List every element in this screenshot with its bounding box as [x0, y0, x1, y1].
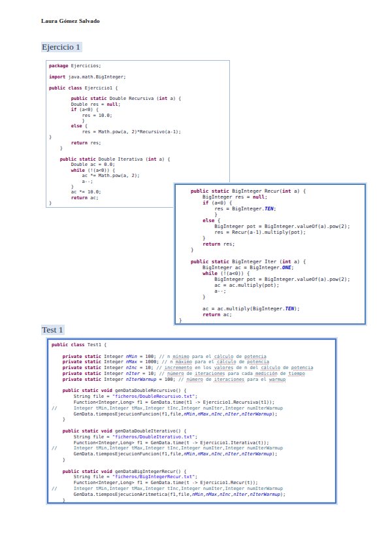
code-line: public class Test1 { — [52, 342, 334, 348]
code-line: while (!(a<0)) { — [179, 270, 363, 276]
code-line: } — [49, 135, 228, 140]
code-line: BigInteger pot = BigInteger.valueOf(a).p… — [179, 276, 363, 282]
code-line: else { — [49, 123, 228, 129]
code-line: } — [179, 235, 363, 241]
code-line: GenData.tiemposEjecucionFuncion(f1,file,… — [52, 451, 334, 457]
code-line — [49, 91, 228, 96]
code-line: String file = "ficheros/DoubleRecursivo.… — [52, 394, 334, 400]
code-line: } — [49, 118, 228, 123]
code-line: public class Ejercicio1 { — [49, 86, 228, 91]
code-line: } — [52, 498, 334, 504]
code-line: ac = ac.multiply(pot); — [179, 282, 363, 288]
code-line: } — [52, 417, 334, 423]
code-line: // Integer tMin,Integer tMax,Integer tIn… — [52, 486, 334, 492]
code-line: Double ac = 0.0; — [49, 162, 228, 167]
code-line: package Ejercicios; — [49, 63, 228, 69]
section-heading-test: Test 1 — [41, 325, 65, 335]
code-line: import java.math.BigInteger; — [49, 74, 228, 80]
code-line: Function<Integer,Long> f1 = GenData.time… — [52, 400, 334, 406]
code-line: ac = ac.multiply(BigInteger.TEN); — [179, 306, 363, 312]
code-line: public static Double Iterativa (int a) { — [49, 157, 228, 162]
code-line: public static BigInteger Iter (int a) { — [179, 259, 363, 265]
code-line: // Integer tMin,Integer tMax,Integer tIn… — [52, 406, 334, 412]
code-line: public static BigInteger Recur(int a) { — [179, 188, 363, 194]
code-line: public static void genDataDoubleRecursiv… — [52, 388, 334, 394]
code-line: } — [49, 146, 228, 151]
code-line: if (a<0) { — [49, 107, 228, 112]
code-line: while (!(a<0)) { — [49, 168, 228, 173]
code-line: public static void genDataDoubleIterativ… — [52, 429, 334, 434]
code-line — [49, 152, 228, 157]
code-line: } — [179, 318, 363, 323]
code-line: else { — [179, 218, 363, 223]
code-line: private static Integer nInc = 10; // inc… — [52, 365, 334, 371]
code-line: BigInteger pot = BigInteger.valueOf(a).p… — [179, 223, 363, 229]
code-line — [49, 69, 228, 74]
code-line: String file = "ficheros/BigIntegerRecur.… — [52, 474, 334, 480]
code-line — [179, 300, 363, 306]
code-line: private static Integer nIterWarmup = 100… — [52, 377, 334, 383]
code-line: res = 10.0; — [49, 113, 228, 118]
code-line: res = Math.pow(a, 2)*Recursivo(a-1); — [49, 129, 228, 135]
code-line — [49, 80, 228, 85]
code-line: ac *= Math.pow(a, 2); — [49, 173, 228, 178]
section-heading-ejercicio: Ejercicio 1 — [41, 42, 82, 52]
code-line — [52, 383, 334, 389]
code-line: res = Recur(a-1).multiply(pot); — [179, 229, 363, 235]
code-line: BigInteger res = null; — [179, 194, 363, 200]
code-line: private static Integer nMin = 100; // n … — [52, 354, 334, 360]
code-line: } — [179, 247, 363, 253]
code-line — [52, 423, 334, 429]
code-line: Function<Integer,Long> f1 = GenData.time… — [52, 440, 334, 446]
code-line: return ac; — [179, 312, 363, 318]
code-block-ejercicio1-biginteger: public static BigInteger Recur(int a) { … — [174, 184, 366, 325]
code-block-test1: public class Test1 { private static Inte… — [47, 338, 336, 504]
code-line — [179, 253, 363, 259]
code-line: Double res = null; — [49, 102, 228, 107]
document-page: { "author": "Laura Gómez Salvado", "head… — [0, 0, 392, 554]
code-line: BigInteger ac = BigInteger.ONE; — [179, 265, 363, 270]
code-line: a--; — [179, 288, 363, 294]
code-line: private static Integer nMax = 1000; // n… — [52, 359, 334, 365]
code-line: if (a<0) { — [179, 200, 363, 206]
code-line: public static Double Recursiva (int a) { — [49, 96, 228, 101]
code-line: res = BigInteger.TEN; — [179, 206, 363, 212]
code-line: public static void genDataBigIntegerRecu… — [52, 469, 334, 475]
author-name: Laura Gómez Salvado — [41, 18, 100, 24]
code-line — [52, 463, 334, 469]
code-line: GenData.tiemposEjecucionAritmetica(f1,fi… — [52, 492, 334, 498]
code-line: return res; — [179, 241, 363, 247]
code-line: private static Integer nIter = 10; // nú… — [52, 371, 334, 377]
code-line: GenData.tiemposEjecucionFuncion(f1,file,… — [52, 412, 334, 417]
code-line: // Integer tMin,Integer tMax,Integer tIn… — [52, 446, 334, 451]
code-line: String file = "ficheros/DoubleIterativo.… — [52, 434, 334, 440]
code-line: } — [52, 457, 334, 463]
code-line: } — [179, 294, 363, 300]
code-line: Function<Integer,Long> f1 = GenData.time… — [52, 480, 334, 486]
code-line — [52, 348, 334, 354]
code-line: } — [179, 212, 363, 218]
code-line: return res; — [49, 140, 228, 146]
